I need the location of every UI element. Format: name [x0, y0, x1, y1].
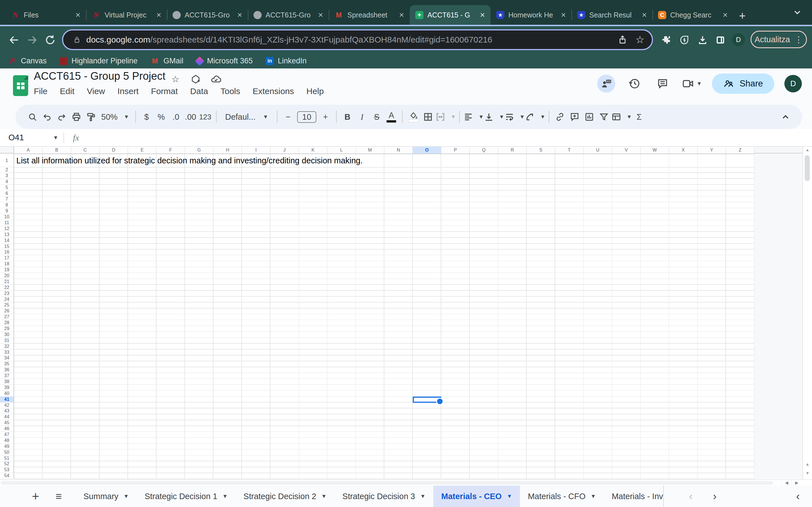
browser-tab[interactable]: Files × — [5, 5, 86, 25]
tab-close-icon[interactable]: × — [155, 10, 162, 20]
select-all-corner[interactable] — [0, 147, 14, 154]
extensions-puzzle-icon[interactable] — [658, 26, 673, 54]
sheet-tab[interactable]: Strategic Decision 1 ▼ — [137, 486, 236, 507]
row-header-45[interactable]: 45 — [0, 420, 13, 426]
vertical-scroll-thumb[interactable] — [805, 155, 810, 181]
bookmark-item[interactable]: Canvas — [8, 57, 47, 66]
row-header-26[interactable]: 26 — [0, 308, 13, 314]
italic-button[interactable]: I — [355, 109, 369, 125]
sheet-tab-menu-arrow[interactable]: ▼ — [321, 493, 327, 499]
side-panel-icon[interactable] — [713, 26, 728, 54]
text-color-button[interactable]: A — [384, 109, 399, 125]
scroll-left-arrow[interactable]: ◀ — [781, 480, 792, 486]
vertical-scrollbar[interactable]: ▲ ▲ ▼ — [802, 147, 812, 480]
scroll-up-arrow[interactable]: ▲ — [803, 147, 812, 152]
browser-tab[interactable]: ACCT615-Gro × — [167, 5, 248, 25]
downloads-icon[interactable] — [695, 26, 710, 54]
text-wrap-button[interactable]: ▼ — [504, 109, 525, 125]
row-header-48[interactable]: 48 — [0, 438, 13, 444]
browser-tab[interactable]: Homework He × — [491, 5, 571, 25]
sheet-tab-menu-arrow[interactable]: ▼ — [222, 493, 228, 499]
column-header-X[interactable]: X — [669, 147, 698, 154]
meet-dropdown-arrow[interactable]: ▼ — [696, 80, 702, 87]
tab-close-icon[interactable]: × — [641, 10, 648, 20]
row-header-4[interactable]: 4 — [0, 179, 13, 185]
chrome-update-button[interactable]: Actualitza ⋮ — [751, 31, 807, 48]
last-edit-presence-icon[interactable] — [597, 75, 615, 93]
tab-close-icon[interactable]: × — [317, 10, 324, 20]
undo-button[interactable] — [40, 109, 54, 125]
sheet-tab[interactable]: Materials - Inv — [604, 486, 664, 507]
row-header-54[interactable]: 54 — [0, 473, 13, 479]
row-header-22[interactable]: 22 — [0, 285, 13, 291]
insert-comment-button[interactable] — [567, 109, 582, 125]
text-wrap-dropdown[interactable]: ▼ — [520, 114, 525, 120]
strikethrough-button[interactable]: S — [369, 109, 384, 125]
table-views-dropdown[interactable]: ▼ — [626, 114, 632, 120]
column-header-J[interactable]: J — [270, 147, 299, 154]
row-header-24[interactable]: 24 — [0, 297, 13, 302]
text-rotation-dropdown[interactable]: ▼ — [540, 114, 545, 120]
column-header-B[interactable]: B — [43, 147, 71, 154]
font-dropdown-arrow[interactable]: ▼ — [263, 114, 268, 120]
menu-item[interactable]: File — [34, 87, 47, 96]
browser-tab[interactable]: Virtual Projec × — [86, 5, 167, 25]
row-header-41[interactable]: 41 — [0, 397, 13, 402]
tab-close-icon[interactable]: × — [560, 10, 567, 20]
browser-tab[interactable]: Chegg Searc × — [652, 5, 733, 25]
row-header-2[interactable]: 2 — [0, 167, 13, 173]
browser-tab[interactable]: ACCT615-Gro × — [248, 5, 329, 25]
row-header-3[interactable]: 3 — [0, 173, 13, 179]
scroll-right-arrow[interactable]: ▶ — [792, 480, 802, 486]
row-header-47[interactable]: 47 — [0, 432, 13, 438]
more-formats-button[interactable]: 123 — [198, 109, 213, 125]
insert-link-button[interactable] — [553, 109, 567, 125]
forward-button[interactable] — [24, 26, 40, 54]
column-header-A[interactable]: A — [14, 147, 43, 154]
column-header-E[interactable]: E — [128, 147, 156, 154]
tab-close-icon[interactable]: × — [479, 10, 486, 20]
menu-item[interactable]: Tools — [220, 87, 240, 96]
row-header-36[interactable]: 36 — [0, 367, 13, 373]
name-box[interactable]: O41 — [0, 133, 51, 142]
name-box-dropdown[interactable]: ▼ — [53, 135, 58, 141]
column-header-L[interactable]: L — [327, 147, 356, 154]
bookmark-item[interactable]: Microsoft 365 — [196, 57, 253, 65]
menu-item[interactable]: Data — [190, 87, 208, 96]
sheet-tab[interactable]: Strategic Decision 2 ▼ — [236, 486, 335, 507]
row-header-11[interactable]: 11 — [0, 220, 13, 226]
grid-cells[interactable]: List all information utilized for strate… — [14, 154, 755, 479]
format-percent-button[interactable]: % — [154, 109, 168, 125]
menu-item[interactable]: Edit — [60, 87, 74, 96]
merge-cells-button[interactable]: ▼ — [435, 109, 456, 125]
meet-call-control[interactable]: ▼ — [682, 77, 702, 90]
document-status-cloud-icon[interactable] — [210, 73, 222, 86]
tab-close-icon[interactable]: × — [236, 10, 243, 20]
horizontal-align-button[interactable]: ▼ — [463, 109, 484, 125]
decrease-font-size-button[interactable]: − — [281, 109, 296, 125]
row-header-14[interactable]: 14 — [0, 238, 13, 244]
sheet-tabs-scroll-right[interactable]: › — [708, 486, 722, 507]
row-header-16[interactable]: 16 — [0, 249, 13, 255]
sheets-profile-avatar[interactable]: D — [784, 75, 802, 93]
column-header-T[interactable]: T — [555, 147, 583, 154]
browser-tab[interactable]: Search Resul × — [571, 5, 652, 25]
tab-close-icon[interactable]: × — [398, 10, 405, 20]
row-header-38[interactable]: 38 — [0, 379, 13, 385]
row-header-44[interactable]: 44 — [0, 414, 13, 420]
url-bar[interactable]: docs.google.com/spreadsheets/d/14KTI3lGn… — [62, 29, 653, 50]
row-header-37[interactable]: 37 — [0, 373, 13, 379]
row-header-28[interactable]: 28 — [0, 320, 13, 326]
format-currency-button[interactable]: $ — [139, 109, 154, 125]
vertical-align-dropdown[interactable]: ▼ — [499, 114, 504, 120]
lock-icon[interactable] — [73, 36, 81, 44]
menu-item[interactable]: View — [87, 87, 105, 96]
chrome-menu-kebab-icon[interactable]: ⋮ — [795, 35, 803, 45]
row-header-17[interactable]: 17 — [0, 255, 13, 261]
column-header-Q[interactable]: Q — [470, 147, 498, 154]
version-history-icon[interactable] — [625, 75, 644, 93]
all-sheets-menu-icon[interactable]: ≡ — [50, 486, 68, 507]
tab-close-icon[interactable]: × — [74, 10, 82, 20]
back-button[interactable] — [6, 26, 22, 54]
zoom-dropdown-arrow[interactable]: ▼ — [124, 114, 129, 120]
